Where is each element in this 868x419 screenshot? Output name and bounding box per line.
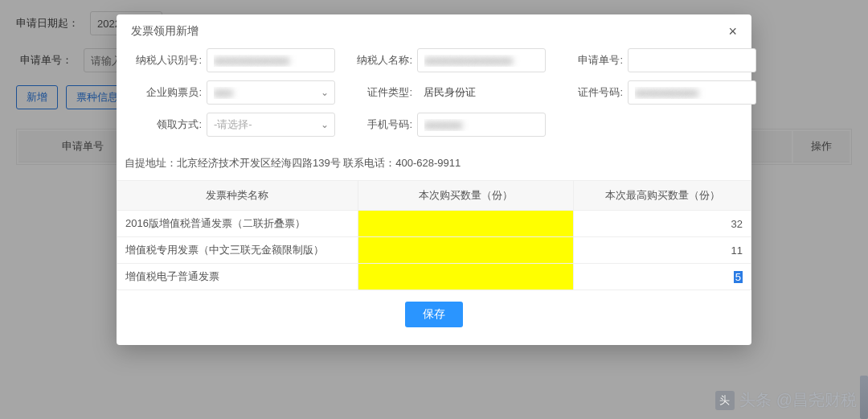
save-button[interactable]: 保存: [405, 302, 463, 327]
cert-type-value: [417, 80, 546, 105]
watermark-prefix: 头条: [739, 389, 772, 411]
form-area: 纳税人识别号: 纳税人名称: 申请单号: 企业购票员: ⌄: [117, 43, 751, 153]
table-row: 增值税专用发票（中文三联无金额限制版） 11: [117, 237, 751, 264]
pickup-method-label: 领取方式:: [131, 117, 202, 132]
pickup-method-select[interactable]: [207, 113, 335, 137]
th-max-qty: 本次最高购买数量（份）: [574, 181, 751, 211]
cell-max-qty: 5: [574, 264, 751, 290]
modal-overlay: 发票领用新增 × 纳税人识别号: 纳税人名称: 申请单号:: [0, 0, 868, 419]
cell-max-qty: 32: [574, 211, 751, 237]
taxpayer-name-input[interactable]: [417, 48, 546, 72]
cert-type-label: 证件类型:: [342, 85, 412, 100]
phone-label: 手机号码:: [342, 117, 412, 132]
modal-title: 发票领用新增: [131, 24, 199, 39]
cell-qty-input[interactable]: [358, 264, 573, 290]
taxpayer-id-input[interactable]: [207, 48, 335, 72]
pickup-address-text: 自提地址：北京经济技术开发区经海四路139号 联系电话：400-628-9911: [117, 153, 751, 180]
scroll-indicator[interactable]: [860, 376, 868, 419]
cell-invoice-type: 增值税专用发票（中文三联无金额限制版）: [117, 237, 358, 264]
cell-invoice-type: 增值税电子普通发票: [117, 264, 358, 290]
th-qty: 本次购买数量（份）: [358, 181, 573, 211]
taxpayer-name-label: 纳税人名称:: [342, 53, 412, 68]
cert-no-label: 证件号码:: [552, 85, 623, 100]
th-invoice-type: 发票种类名称: [117, 181, 358, 211]
watermark-handle: @昌尧财税: [776, 389, 857, 411]
close-button[interactable]: ×: [728, 24, 737, 39]
watermark: 头 头条 @昌尧财税: [715, 389, 857, 411]
taxpayer-id-label: 纳税人识别号:: [131, 53, 202, 68]
apply-no-input[interactable]: [628, 48, 756, 72]
cert-no-input[interactable]: [628, 80, 756, 105]
table-row: 增值税电子普通发票 5: [117, 264, 751, 290]
apply-no-label: 申请单号:: [552, 53, 623, 68]
toutiao-icon: 头: [715, 391, 735, 410]
cell-max-qty: 11: [574, 237, 751, 264]
purchaser-label: 企业购票员:: [131, 85, 202, 100]
purchaser-select[interactable]: [207, 80, 335, 105]
cell-invoice-type: 2016版增值税普通发票（二联折叠票）: [117, 211, 358, 237]
invoice-apply-modal: 发票领用新增 × 纳税人识别号: 纳税人名称: 申请单号:: [117, 14, 751, 345]
invoice-table: 发票种类名称 本次购买数量（份） 本次最高购买数量（份） 2016版增值税普通发…: [117, 180, 751, 290]
cell-qty-input[interactable]: [358, 237, 573, 264]
table-row: 2016版增值税普通发票（二联折叠票） 32: [117, 211, 751, 237]
phone-input[interactable]: [417, 113, 546, 137]
cell-qty-input[interactable]: [358, 211, 573, 237]
